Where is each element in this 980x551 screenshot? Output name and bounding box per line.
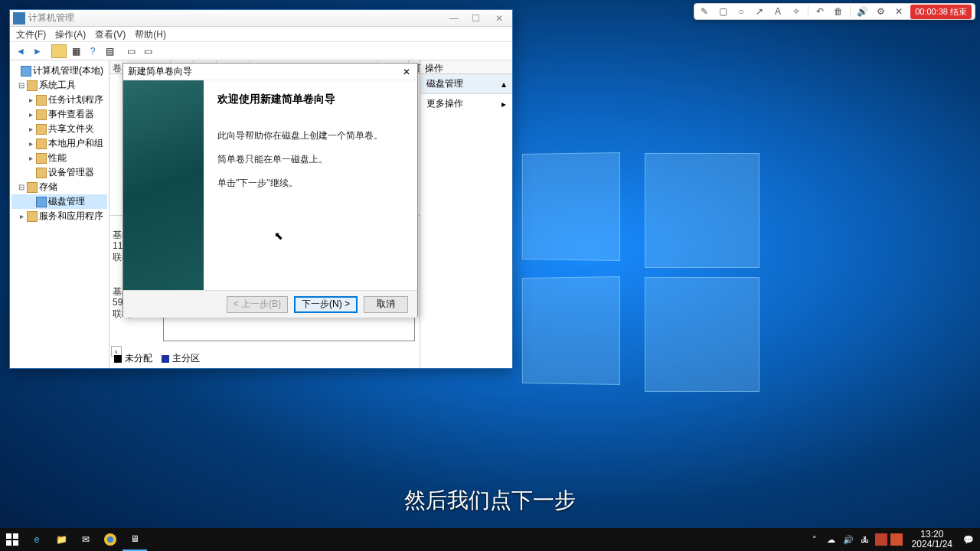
wizard-title: 新建简单卷向导 [128,65,400,78]
wizard-content: 欢迎使用新建简单卷向导 此向导帮助你在磁盘上创建一个简单卷。 简单卷只能在单一磁… [204,80,417,290]
next-button[interactable]: 下一步(N) > [294,296,358,313]
menu-view[interactable]: 查看(V) [95,28,126,40]
tree-task-scheduler[interactable]: 任务计划程序 [48,93,103,106]
back-button: < 上一步(B) [227,296,288,313]
close-recorder-icon[interactable]: ✕ [892,5,906,18]
tree-disk-mgmt[interactable]: 磁盘管理 [48,195,85,208]
tree-services[interactable]: 服务和应用程序 [39,210,103,223]
wizard-text: 此向导帮助你在磁盘上创建一个简单卷。 [217,129,403,142]
wizard-text: 单击"下一步"继续。 [217,177,403,190]
tree-performance[interactable]: 性能 [48,152,67,165]
tree-storage[interactable]: 存储 [39,181,57,194]
tray-up-icon[interactable]: ˄ [808,533,822,546]
tray-cloud-icon[interactable]: ☁ [825,533,838,546]
window-title: 计算机管理 [28,11,443,24]
new-volume-wizard: 新建简单卷向导 ✕ 欢迎使用新建简单卷向导 此向导帮助你在磁盘上创建一个简单卷。… [122,63,418,317]
arrow-icon[interactable]: ↗ [753,5,766,18]
windows-logo-graphic [521,153,760,392]
wizard-text: 简单卷只能在单一磁盘上。 [217,153,403,166]
chrome-icon[interactable] [98,528,122,551]
minimize-button[interactable]: — [443,11,465,26]
settings-icon[interactable]: ⚙ [874,5,887,18]
tool-icon[interactable]: ▤ [102,44,117,58]
highlight-icon[interactable]: ✧ [789,5,803,18]
start-button[interactable] [0,528,24,551]
recording-timer[interactable]: 00:00:38 结束 [910,5,972,19]
wizard-buttons: < 上一步(B) 下一步(N) > 取消 [123,290,417,318]
edge-icon[interactable]: e [24,528,49,551]
tray-security-icon[interactable] [890,533,903,546]
more-actions[interactable]: 更多操作▸ [420,94,512,113]
legend-primary: 主分区 [172,352,200,365]
legend: 未分配 主分区 [114,352,200,365]
cancel-button[interactable]: 取消 [364,296,408,313]
tray-network-icon[interactable]: 🖧 [858,533,872,546]
circle-icon[interactable]: ○ [734,5,748,18]
tree-system-tools[interactable]: 系统工具 [39,79,76,92]
notifications-icon[interactable]: 💬 [962,533,975,546]
tool-icon[interactable] [51,44,67,58]
tool-icon[interactable]: ▭ [123,44,139,58]
svg-rect-2 [6,540,11,546]
arrow-right-icon: ▸ [501,99,506,109]
wizard-heading: 欢迎使用新建简单卷向导 [217,93,403,106]
actions-title[interactable]: 磁盘管理▴ [420,74,512,94]
tree-local-users[interactable]: 本地用户和组 [48,137,103,150]
pen-icon[interactable]: ✎ [697,5,711,18]
svg-rect-1 [13,533,18,539]
svg-point-5 [107,536,113,543]
video-subtitle: 然后我们点下一步 [404,486,576,515]
back-icon[interactable]: ◄ [13,44,28,58]
tray-ime-icon[interactable] [875,533,887,546]
app-icon [13,12,25,24]
screen-recorder-toolbar: ✎ ▢ ○ ↗ A ✧ ↶ 🗑 🔊 ⚙ ✕ 00:00:38 结束 [694,3,975,20]
forward-icon[interactable]: ► [30,44,45,58]
toolbar: ◄ ► ▦ ? ▤ ▭ ▭ [10,42,512,60]
wizard-titlebar[interactable]: 新建简单卷向导 ✕ [123,64,417,80]
tree-pane: 计算机管理(本地) ⊟系统工具 ▸任务计划程序 ▸事件查看器 ▸共享文件夹 ▸本… [10,60,109,368]
close-button[interactable]: ✕ [486,11,512,26]
tray-volume-icon[interactable]: 🔊 [841,533,855,546]
undo-icon[interactable]: ↶ [813,5,827,18]
delete-icon[interactable]: 🗑 [831,5,845,18]
taskbar: e 📁 ✉ 🖥 ˄ ☁ 🔊 🖧 13:202024/1/24 💬 [0,528,980,551]
tree-shared-folders[interactable]: 共享文件夹 [48,122,94,135]
legend-unallocated: 未分配 [125,352,152,365]
tool-icon[interactable]: ▭ [140,44,155,58]
collapse-icon: ▴ [501,79,506,90]
text-icon[interactable]: A [771,5,785,18]
taskbar-clock[interactable]: 13:202024/1/24 [906,530,959,549]
mouse-cursor-icon: ⬉ [274,230,283,242]
tool-icon[interactable]: ? [85,44,100,58]
menu-action[interactable]: 操作(A) [55,28,86,40]
mail-icon[interactable]: ✉ [74,528,98,551]
tool-icon[interactable]: ▦ [68,44,83,58]
audio-icon[interactable]: 🔊 [855,5,869,18]
task-computer-management[interactable]: 🖥 [122,528,147,551]
tree-event-viewer[interactable]: 事件查看器 [48,108,94,121]
disk-bar[interactable] [163,314,415,341]
tree-root[interactable]: 计算机管理(本地) [33,64,103,77]
svg-rect-0 [6,533,11,539]
menubar: 文件(F) 操作(A) 查看(V) 帮助(H) [10,27,512,42]
actions-pane: 操作 磁盘管理▴ 更多操作▸ [420,60,512,368]
tree-device-mgr[interactable]: 设备管理器 [48,166,94,179]
titlebar[interactable]: 计算机管理 — ☐ ✕ [10,10,512,27]
menu-help[interactable]: 帮助(H) [135,28,166,40]
actions-header: 操作 [420,60,512,74]
explorer-icon[interactable]: 📁 [49,528,74,551]
maximize-button[interactable]: ☐ [465,11,486,26]
wizard-sidebar-graphic [123,80,204,290]
rect-icon[interactable]: ▢ [716,5,730,18]
wizard-close-icon[interactable]: ✕ [400,66,413,78]
menu-file[interactable]: 文件(F) [16,28,46,40]
svg-rect-3 [13,540,18,546]
